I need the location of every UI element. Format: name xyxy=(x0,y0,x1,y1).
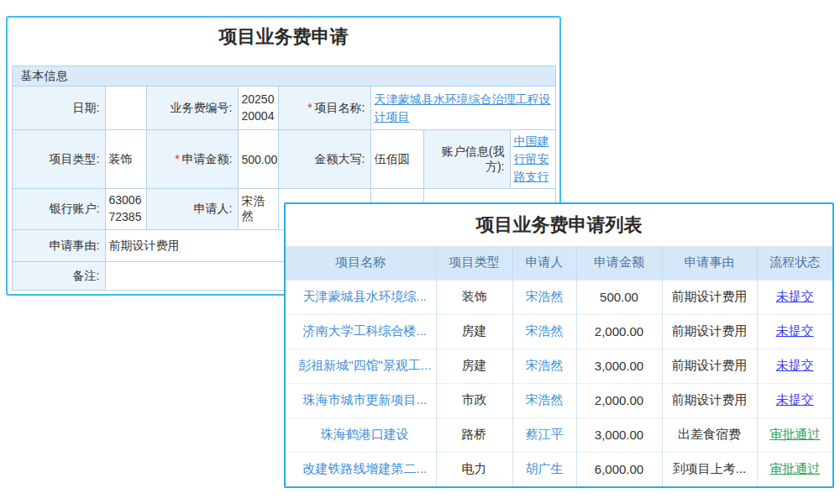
project-type-cell: 路桥 xyxy=(436,417,512,452)
project-name-cell: 天津蒙城县水环境综合治理工程设计项目 xyxy=(370,87,555,130)
section-basic-info: 基本信息 xyxy=(12,66,555,87)
col-header-reason: 申请事由 xyxy=(662,246,757,280)
applicant-label: 申请人: xyxy=(146,189,238,230)
project-name-cell: 珠海市城市更新项目... xyxy=(286,383,436,417)
project-link[interactable]: 珠海鹤港口建设 xyxy=(321,427,409,441)
applicant-link[interactable]: 蔡江平 xyxy=(526,427,564,441)
table-row: 珠海鹤港口建设 路桥 蔡江平 3,000.00 出差食宿费 审批通过 xyxy=(286,417,832,452)
applicant-link[interactable]: 胡广生 xyxy=(526,461,564,475)
status-cell: 审批通过 xyxy=(757,417,832,452)
project-name-link[interactable]: 天津蒙城县水环境综合治理工程设计项目 xyxy=(375,92,551,123)
project-name-cell: 彭祖新城"四馆"景观工... xyxy=(286,349,436,383)
col-header-applicant: 申请人 xyxy=(512,246,576,280)
table-row: 天津蒙城县水环境综... 装饰 宋浩然 500.00 前期设计费用 未提交 xyxy=(286,280,832,314)
amount-label: *申请金额: xyxy=(146,130,238,189)
applicant-cell: 胡广生 xyxy=(512,452,576,486)
amount-cell: 3,000.00 xyxy=(576,417,662,452)
fee-no-label: 业务费编号: xyxy=(146,87,238,130)
status-link[interactable]: 审批通过 xyxy=(769,427,820,441)
project-name-cell: 天津蒙城县水环境综... xyxy=(286,280,436,314)
applicant-link[interactable]: 宋浩然 xyxy=(526,358,564,372)
project-link[interactable]: 天津蒙城县水环境综... xyxy=(302,289,427,303)
applicant-cell: 宋浩然 xyxy=(512,349,576,383)
project-link[interactable]: 济南大学工科综合楼... xyxy=(302,323,427,338)
col-header-amount: 申请金额 xyxy=(576,246,662,280)
status-cell: 审批通过 xyxy=(757,452,832,486)
col-header-project-type: 项目类型 xyxy=(436,246,512,280)
status-cell: 未提交 xyxy=(757,280,832,314)
project-type-cell: 电力 xyxy=(436,452,512,486)
table-row: 彭祖新城"四馆"景观工... 房建 宋浩然 3,000.00 前期设计费用 未提… xyxy=(286,349,832,383)
amount-cell: 2,000.00 xyxy=(576,314,662,349)
project-link[interactable]: 彭祖新城"四馆"景观工... xyxy=(298,358,431,372)
project-link[interactable]: 珠海市城市更新项目... xyxy=(302,392,427,407)
reason-cell: 出差食宿费 xyxy=(662,417,757,452)
table-row: 改建铁路线增建第二... 电力 胡广生 6,000.00 到项目上考... 审批… xyxy=(286,452,832,486)
amount-caps-value: 伍佰圆 xyxy=(370,130,423,189)
table-row: 济南大学工科综合楼... 房建 宋浩然 2,000.00 前期设计费用 未提交 xyxy=(286,314,832,349)
section-header-row: 基本信息 xyxy=(12,66,555,87)
bank-account-label: 银行账户: xyxy=(12,189,105,230)
list-header-row: 项目名称 项目类型 申请人 申请金额 申请事由 流程状态 xyxy=(286,246,832,280)
amount-value: 500.00 xyxy=(238,130,278,189)
project-type-value: 装饰 xyxy=(105,130,146,189)
status-cell: 未提交 xyxy=(757,349,832,383)
applicant-link[interactable]: 宋浩然 xyxy=(526,323,564,338)
applicant-link[interactable]: 宋浩然 xyxy=(526,289,564,303)
account-info-link[interactable]: 中国建行留安路支行 xyxy=(514,134,549,183)
project-link[interactable]: 改建铁路线增建第二... xyxy=(302,461,427,475)
status-link[interactable]: 未提交 xyxy=(776,392,814,407)
reason-label: 申请事由: xyxy=(12,230,105,262)
reason-cell: 前期设计费用 xyxy=(662,280,757,314)
form-row-1: 日期: 业务费编号: 2025020004 *项目名称: 天津蒙城县水环境综合治… xyxy=(12,87,555,130)
required-asterisk: * xyxy=(307,101,312,114)
date-label: 日期: xyxy=(12,87,105,130)
application-list-table: 项目名称 项目类型 申请人 申请金额 申请事由 流程状态 天津蒙城县水环境综..… xyxy=(286,246,832,486)
business-fee-application-list: 项目业务费申请列表 项目名称 项目类型 申请人 申请金额 申请事由 流程状态 天… xyxy=(284,202,834,488)
amount-cell: 2,000.00 xyxy=(576,383,662,417)
status-cell: 未提交 xyxy=(757,383,832,417)
status-link[interactable]: 未提交 xyxy=(776,289,814,303)
list-title: 项目业务费申请列表 xyxy=(286,204,832,246)
remark-label: 备注: xyxy=(12,262,105,291)
project-type-cell: 房建 xyxy=(436,314,512,349)
project-type-label: 项目类型: xyxy=(12,130,105,189)
fee-no-value: 2025020004 xyxy=(238,87,278,130)
amount-cell: 500.00 xyxy=(576,280,662,314)
reason-cell: 前期设计费用 xyxy=(662,314,757,349)
project-type-cell: 市政 xyxy=(436,383,512,417)
reason-cell: 到项目上考... xyxy=(662,452,757,486)
form-title: 项目业务费申请 xyxy=(8,18,559,45)
bank-account-value: 6300672385 xyxy=(105,189,146,230)
applicant-cell: 宋浩然 xyxy=(512,383,576,417)
status-cell: 未提交 xyxy=(757,314,832,349)
form-row-2: 项目类型: 装饰 *申请金额: 500.00 金额大写: 伍佰圆 账户信息(我方… xyxy=(12,130,555,189)
status-link[interactable]: 未提交 xyxy=(776,358,814,372)
applicant-cell: 宋浩然 xyxy=(512,314,576,349)
reason-cell: 前期设计费用 xyxy=(662,349,757,383)
project-name-cell: 济南大学工科综合楼... xyxy=(286,314,436,349)
table-row: 珠海市城市更新项目... 市政 宋浩然 2,000.00 前期设计费用 未提交 xyxy=(286,383,832,417)
col-header-status: 流程状态 xyxy=(757,246,832,280)
date-value xyxy=(105,87,146,130)
project-type-cell: 装饰 xyxy=(436,280,512,314)
reason-cell: 前期设计费用 xyxy=(662,383,757,417)
account-info-cell: 中国建行留安路支行 xyxy=(510,130,555,189)
account-info-label: 账户信息(我方): xyxy=(423,130,510,189)
required-asterisk: * xyxy=(175,152,179,165)
applicant-value: 宋浩然 xyxy=(238,189,278,230)
status-link[interactable]: 审批通过 xyxy=(769,461,820,475)
status-link[interactable]: 未提交 xyxy=(776,323,814,338)
project-name-cell: 珠海鹤港口建设 xyxy=(286,417,436,452)
amount-cell: 6,000.00 xyxy=(576,452,662,486)
applicant-link[interactable]: 宋浩然 xyxy=(526,392,564,407)
project-name-cell: 改建铁路线增建第二... xyxy=(286,452,436,486)
amount-caps-label: 金额大写: xyxy=(278,130,370,189)
col-header-project-name: 项目名称 xyxy=(286,246,436,280)
project-name-label: *项目名称: xyxy=(278,87,370,130)
applicant-cell: 蔡江平 xyxy=(512,417,576,452)
applicant-cell: 宋浩然 xyxy=(512,280,576,314)
project-type-cell: 房建 xyxy=(436,349,512,383)
amount-cell: 3,000.00 xyxy=(576,349,662,383)
